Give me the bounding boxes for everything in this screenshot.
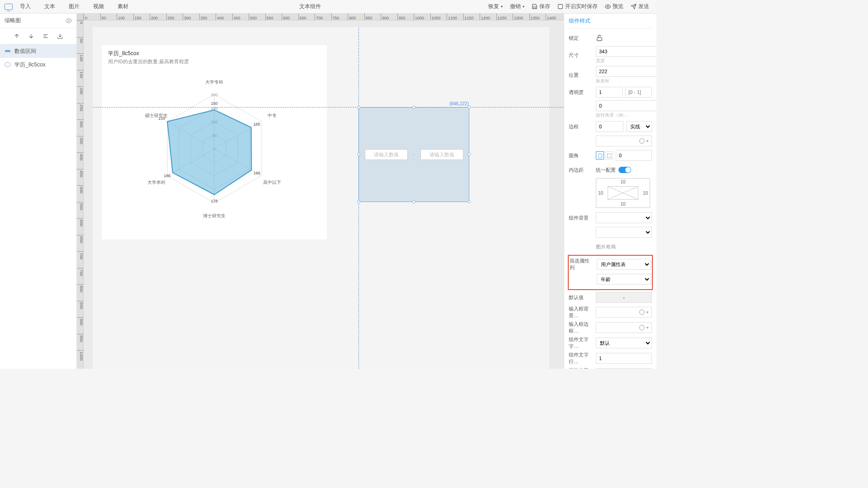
menu-material[interactable]: 素材 [111, 0, 135, 14]
border-color-swatch[interactable]: ▾ [596, 136, 652, 146]
svg-rect-0 [558, 5, 563, 9]
svg-text:186: 186 [164, 174, 170, 178]
ruler-vertical: 0501001502002503003504004505005506006507… [77, 20, 84, 369]
text-component-selected[interactable]: (846,222) - [359, 107, 469, 202]
lock-icon[interactable] [596, 34, 603, 42]
padding-unify-toggle[interactable] [618, 167, 631, 173]
range-input-to[interactable] [420, 149, 463, 160]
menu-image[interactable]: 图片 [62, 0, 86, 14]
resize-handle[interactable] [467, 200, 471, 203]
menu-video[interactable]: 视频 [87, 0, 110, 14]
resize-handle[interactable] [412, 106, 415, 109]
comp-bg-select2[interactable] [596, 227, 652, 238]
radius-mode-each[interactable]: ⬚ [605, 151, 613, 160]
download-icon[interactable] [57, 33, 63, 39]
layer-item-range[interactable]: 数值区间 [0, 44, 76, 58]
default-label: 默认值 [569, 294, 593, 301]
resize-handle[interactable] [467, 106, 471, 109]
border-style-select[interactable]: 实线 [626, 121, 652, 132]
align-icon[interactable] [42, 33, 49, 39]
coord-label: (846,222) [449, 101, 469, 106]
radius-mode-all[interactable]: ▢ [596, 151, 604, 160]
filter-field-select[interactable]: 年龄 [597, 274, 651, 285]
radius-input[interactable] [616, 150, 652, 161]
range-icon [5, 48, 11, 54]
chart-title: 学历_8c5cox [102, 45, 327, 58]
lock-label: 锁定 [569, 35, 593, 42]
layer-item-radar[interactable]: 学历_8c5cox [0, 58, 76, 71]
svg-marker-12 [5, 62, 10, 67]
guide-horizontal [93, 107, 564, 108]
thumbnail-title: 缩略图 [5, 17, 21, 24]
resize-handle[interactable] [357, 200, 360, 203]
layer-tools [0, 28, 76, 44]
svg-text:大学本科: 大学本科 [147, 180, 165, 185]
save-button[interactable]: 保存 [529, 3, 553, 10]
rotate-input[interactable] [596, 100, 656, 111]
font-label: 组件文字字… [569, 336, 593, 350]
filter-col-label: 筛选属性列 [570, 258, 594, 271]
undo-button[interactable]: 撤销▾ [507, 3, 527, 10]
input-bg-color[interactable]: ▾ [596, 307, 652, 318]
line-height-input[interactable] [596, 353, 652, 364]
svg-text:165: 165 [253, 122, 260, 127]
app-logo-icon[interactable] [5, 4, 13, 10]
chart-subtitle: 用户ID的去重后的数量,最高教育程度 [102, 58, 327, 65]
font-select[interactable]: 默认 [596, 338, 652, 348]
svg-marker-35 [167, 110, 251, 194]
text-color-swatch[interactable]: ▾ [596, 368, 652, 369]
padding-diagram[interactable]: 10 10 10 10 [596, 178, 650, 208]
resize-handle[interactable] [357, 153, 360, 156]
border-label: 边框 [569, 123, 593, 130]
comp-bg-select[interactable] [596, 212, 652, 223]
move-down-icon[interactable] [28, 33, 34, 39]
toolbar-right: 恢复▾ 撤销▾ 保存 开启实时保存 预览 发送 [486, 3, 656, 10]
guide-vertical [359, 28, 359, 369]
svg-point-4 [68, 20, 70, 22]
border-width-input[interactable] [596, 121, 623, 132]
visibility-icon[interactable] [66, 18, 72, 24]
radar-chart: 050100150200大学专科中专高中以下博士研究生大学本科硕士研究生1501… [102, 65, 327, 228]
svg-text:中专: 中专 [268, 113, 277, 118]
left-panel: 缩略图 数值区间 学历_8c5cox [0, 14, 77, 369]
img-layout-label: 图片布局 [596, 244, 616, 250]
realtime-save-toggle[interactable]: 开启实时保存 [555, 3, 600, 10]
svg-text:博士研究生: 博士研究生 [203, 213, 226, 218]
opacity-input[interactable] [596, 87, 623, 98]
restore-button[interactable]: 恢复▾ [486, 3, 505, 10]
canvas-inner[interactable]: 学历_8c5cox 用户ID的去重后的数量,最高教育程度 05010015020… [84, 20, 564, 369]
filter-table-select[interactable]: 用户属性表 [597, 259, 651, 270]
pos-x-input[interactable] [596, 66, 656, 77]
resize-handle[interactable] [412, 200, 415, 203]
panel-tab-style[interactable]: 组件样式 [569, 17, 652, 29]
svg-text:210: 210 [158, 116, 165, 121]
layer-label: 数值区间 [14, 47, 36, 55]
range-input-from[interactable] [365, 149, 408, 160]
move-up-icon[interactable] [14, 33, 20, 39]
canvas-area[interactable]: 0501001502002503003504004505005506006507… [77, 14, 564, 369]
svg-text:大学专科: 大学专科 [205, 80, 223, 84]
width-input[interactable] [596, 46, 656, 57]
position-label: 位置 [569, 72, 593, 79]
svg-text:166: 166 [254, 171, 260, 175]
input-border-color[interactable]: ▾ [596, 322, 652, 333]
menu-text[interactable]: 文本 [38, 0, 61, 14]
send-button[interactable]: 发送 [628, 3, 652, 10]
resize-handle[interactable] [357, 106, 360, 109]
line-height-label: 组件文字行… [569, 352, 593, 365]
padding-label: 内边距 [569, 167, 593, 174]
svg-text:178: 178 [211, 199, 217, 203]
radar-chart-card[interactable]: 学历_8c5cox 用户ID的去重后的数量,最高教育程度 05010015020… [102, 45, 327, 239]
range-dash: - [413, 151, 415, 158]
right-panel: 组件样式 锁定 尺寸 宽度 高度 位置 纵坐标 横坐标 透明度 [564, 14, 656, 369]
filter-highlight: 筛选属性列 用户属性表 年龄 [568, 255, 653, 290]
resize-handle[interactable] [467, 153, 471, 156]
default-value-input[interactable] [596, 292, 652, 303]
svg-text:高中以下: 高中以下 [263, 180, 281, 185]
preview-button[interactable]: 预览 [602, 3, 626, 10]
menu-import[interactable]: 导入 [14, 0, 37, 14]
radar-icon [5, 61, 11, 68]
input-border-label: 输入框边框… [569, 321, 593, 334]
send-icon [631, 4, 637, 9]
save-icon [532, 4, 538, 9]
